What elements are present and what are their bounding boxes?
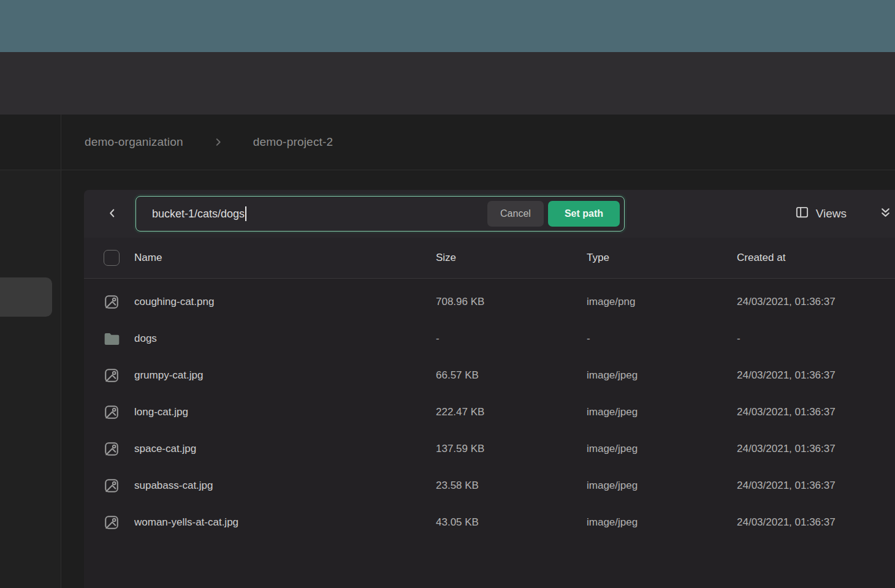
file-type: image/jpeg xyxy=(587,406,737,418)
table-row[interactable]: coughing-cat.png 708.96 KB image/png 24/… xyxy=(84,284,895,320)
path-input[interactable]: bucket-1/cats/dogs Cancel Set path xyxy=(135,196,625,232)
explorer-toolbar: bucket-1/cats/dogs Cancel Set path Views xyxy=(84,190,895,238)
top-banner xyxy=(0,0,895,52)
image-icon xyxy=(104,514,120,530)
file-created-at: 24/03/2021, 01:36:37 xyxy=(737,406,885,418)
file-size: 43.05 KB xyxy=(436,516,587,529)
file-size: - xyxy=(436,333,587,345)
file-name: supabass-cat.jpg xyxy=(134,480,436,492)
table-row[interactable]: space-cat.jpg 137.59 KB image/jpeg 24/03… xyxy=(84,431,895,467)
file-type: - xyxy=(587,333,737,345)
file-size: 23.58 KB xyxy=(436,480,587,492)
storage-explorer-panel: bucket-1/cats/dogs Cancel Set path Views xyxy=(84,190,895,588)
table-row[interactable]: long-cat.jpg 222.47 KB image/jpeg 24/03/… xyxy=(84,394,895,431)
views-button[interactable]: Views xyxy=(795,205,847,222)
columns-icon xyxy=(795,205,809,222)
chevrons-down-icon xyxy=(878,206,893,222)
back-button[interactable] xyxy=(100,202,124,226)
body-row: bucket-1/cats/dogs Cancel Set path Views xyxy=(0,170,895,588)
file-name: dogs xyxy=(134,333,436,345)
column-header-created-at[interactable]: Created at xyxy=(737,252,885,264)
main-area: bucket-1/cats/dogs Cancel Set path Views xyxy=(61,170,895,588)
image-icon xyxy=(104,404,120,420)
column-header-type[interactable]: Type xyxy=(587,252,737,264)
file-size: 222.47 KB xyxy=(436,406,587,418)
file-created-at: 24/03/2021, 01:36:37 xyxy=(737,296,885,308)
path-input-value: bucket-1/cats/dogs xyxy=(152,208,245,221)
chevron-right-icon xyxy=(213,137,224,148)
views-button-label: Views xyxy=(816,207,847,221)
row-icon-cell xyxy=(104,368,134,383)
row-icon-cell xyxy=(104,294,134,310)
header-checkbox-cell xyxy=(104,250,134,266)
file-created-at: 24/03/2021, 01:36:37 xyxy=(737,443,885,455)
file-name: space-cat.jpg xyxy=(134,443,436,455)
file-type: image/jpeg xyxy=(587,480,737,492)
row-icon-cell xyxy=(104,331,134,347)
image-icon xyxy=(104,294,120,310)
cancel-button[interactable]: Cancel xyxy=(487,201,544,227)
file-type: image/png xyxy=(587,296,737,308)
file-size: 708.96 KB xyxy=(436,296,587,308)
image-icon xyxy=(104,368,120,383)
file-name: long-cat.jpg xyxy=(134,406,436,418)
file-size: 66.57 KB xyxy=(436,369,587,382)
row-icon-cell xyxy=(104,478,134,494)
table-row[interactable]: woman-yells-at-cat.jpg 43.05 KB image/jp… xyxy=(84,504,895,541)
row-icon-cell xyxy=(104,441,134,457)
sidebar-active-item[interactable] xyxy=(0,277,52,317)
breadcrumb: demo-organization demo-project-2 xyxy=(61,115,895,170)
file-list: coughing-cat.png 708.96 KB image/png 24/… xyxy=(84,279,895,588)
column-header-name[interactable]: Name xyxy=(134,252,436,264)
file-created-at: 24/03/2021, 01:36:37 xyxy=(737,516,885,529)
file-size: 137.59 KB xyxy=(436,443,587,455)
column-header-size[interactable]: Size xyxy=(436,252,587,264)
file-name: coughing-cat.png xyxy=(134,296,436,308)
table-row[interactable]: dogs - - - xyxy=(84,320,895,357)
sidebar-header-spacer xyxy=(0,115,61,170)
app-header-bar xyxy=(0,52,895,115)
file-type: image/jpeg xyxy=(587,443,737,455)
content-area: demo-organization demo-project-2 xyxy=(0,115,895,588)
sidebar xyxy=(0,170,61,588)
breadcrumb-strip: demo-organization demo-project-2 xyxy=(0,115,895,170)
image-icon xyxy=(104,441,120,457)
file-created-at: - xyxy=(737,333,885,345)
text-caret xyxy=(245,206,246,221)
breadcrumb-organization[interactable]: demo-organization xyxy=(85,135,183,149)
file-type: image/jpeg xyxy=(587,516,737,529)
table-header: Name Size Type Created at xyxy=(84,238,895,279)
table-row[interactable]: grumpy-cat.jpg 66.57 KB image/jpeg 24/03… xyxy=(84,357,895,394)
select-all-checkbox[interactable] xyxy=(104,250,120,266)
row-icon-cell xyxy=(104,404,134,420)
image-icon xyxy=(104,478,120,494)
file-type: image/jpeg xyxy=(587,369,737,382)
collapse-button[interactable] xyxy=(878,202,894,226)
file-created-at: 24/03/2021, 01:36:37 xyxy=(737,480,885,492)
table-row[interactable]: supabass-cat.jpg 23.58 KB image/jpeg 24/… xyxy=(84,467,895,504)
set-path-button[interactable]: Set path xyxy=(548,201,620,227)
file-created-at: 24/03/2021, 01:36:37 xyxy=(737,369,885,382)
file-name: grumpy-cat.jpg xyxy=(134,369,436,382)
chevron-left-icon xyxy=(105,206,119,222)
file-name: woman-yells-at-cat.jpg xyxy=(134,516,436,529)
folder-icon xyxy=(104,331,120,347)
breadcrumb-project[interactable]: demo-project-2 xyxy=(253,135,333,149)
row-icon-cell xyxy=(104,514,134,530)
